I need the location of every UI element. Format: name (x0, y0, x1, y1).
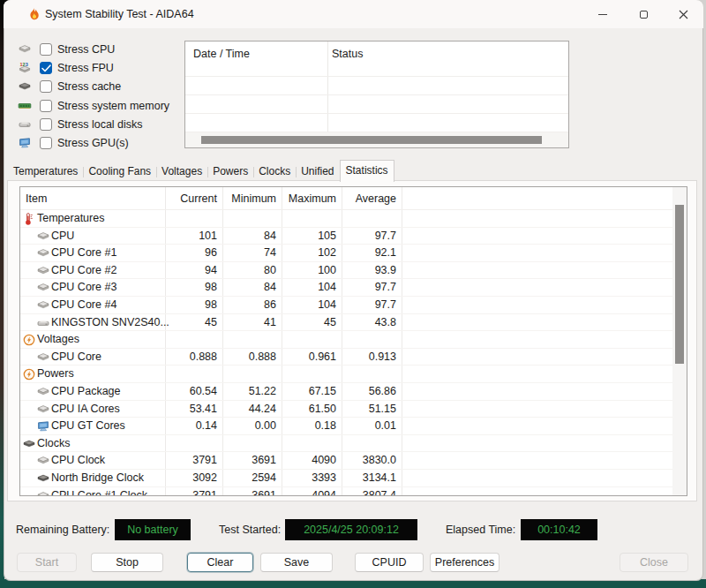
col-minimum[interactable]: Minimum (222, 187, 276, 210)
stat-row[interactable]: KINGSTON SNV2S40...45414543.8 (20, 314, 672, 332)
checkbox[interactable] (40, 100, 52, 112)
stop-button[interactable]: Stop (91, 553, 163, 572)
svg-text:123: 123 (20, 62, 28, 67)
stat-row[interactable]: CPU Core #1967410292.1 (20, 245, 672, 262)
maximum-value: 61.50 (282, 401, 336, 418)
stress-option-stress-local-disks[interactable]: Stress local disks (18, 116, 185, 134)
minimum-value: 84 (222, 228, 276, 245)
item-label: CPU IA Cores (51, 401, 120, 418)
item-label: North Bridge Clock (51, 470, 144, 487)
minimize-button[interactable] (582, 0, 623, 28)
grid-vscrollbar[interactable] (672, 187, 687, 495)
cpu-icon (36, 281, 50, 295)
maximum-value: 45 (282, 314, 336, 332)
cpu-icon (36, 351, 50, 365)
checkbox[interactable] (40, 43, 52, 56)
tab-voltages[interactable]: Voltages (156, 162, 207, 181)
col-item[interactable]: Item (26, 187, 47, 210)
stat-row[interactable]: CPU Core #4988610497.7 (20, 297, 672, 314)
cpu-icon (36, 230, 50, 244)
cpuid-button[interactable]: CPUID (355, 553, 424, 572)
stress-option-stress-gpu-s-[interactable]: Stress GPU(s) (18, 134, 185, 153)
current-value: 98 (165, 297, 217, 314)
checkbox[interactable] (40, 137, 52, 149)
average-value: 0.913 (342, 349, 396, 366)
current-value: 94 (165, 262, 217, 280)
stress-option-stress-cpu[interactable]: Stress CPU (18, 41, 185, 59)
stress-option-stress-system-memory[interactable]: Stress system memory (18, 97, 185, 116)
log-hscrollbar-thumb[interactable] (201, 136, 542, 144)
checkbox[interactable] (40, 62, 52, 74)
window-title: System Stability Test - AIDA64 (45, 0, 194, 28)
stress-option-label: Stress GPU(s) (57, 134, 129, 153)
stat-row[interactable]: CPU GT Cores0.140.000.180.01 (20, 418, 672, 435)
log-hscrollbar[interactable] (185, 132, 568, 147)
stress-option-stress-fpu[interactable]: 123Stress FPU (18, 59, 185, 78)
clear-button[interactable]: Clear (187, 553, 253, 572)
maximum-value: 4090 (282, 452, 336, 470)
maximum-value: 102 (282, 245, 336, 262)
stat-row[interactable]: CPU Core #1 Clock3791369140943807.4 (20, 487, 672, 495)
current-value: 101 (165, 228, 217, 245)
item-label: Clocks (37, 435, 71, 453)
cpu-icon (36, 489, 50, 495)
minimum-value: 44.24 (222, 401, 276, 418)
average-value: 0.01 (342, 418, 396, 435)
stat-row[interactable]: CPU Core #3988410497.7 (20, 279, 672, 297)
stress-option-stress-cache[interactable]: Stress cache (18, 78, 185, 96)
maximize-button[interactable] (623, 0, 664, 28)
start-button[interactable]: Start (17, 553, 77, 572)
minimum-value: 41 (222, 314, 276, 332)
item-label: Powers (37, 366, 74, 383)
maximum-value: 3393 (282, 470, 336, 487)
gpu-icon (36, 419, 50, 433)
log-column-separator (327, 41, 328, 132)
grid-vscrollbar-thumb[interactable] (675, 205, 684, 364)
tab-powers[interactable]: Powers (207, 162, 253, 181)
stat-row[interactable]: North Bridge Clock3092259433933134.1 (20, 470, 672, 487)
close-button[interactable] (663, 0, 703, 28)
group-row[interactable]: Powers (20, 366, 672, 383)
group-row[interactable]: Clocks (20, 435, 672, 453)
current-value: 96 (165, 245, 217, 262)
cpu-icon (36, 264, 50, 278)
close-button[interactable]: Close (620, 553, 688, 572)
group-row[interactable]: Temperatures (20, 210, 672, 228)
stat-row[interactable]: CPU Clock3791369140903830.0 (20, 452, 672, 470)
log-col-datetime[interactable]: Date / Time (193, 41, 250, 66)
current-value: 60.54 (165, 383, 217, 401)
minimum-value: 3691 (222, 487, 276, 495)
preferences-button[interactable]: Preferences (430, 553, 499, 572)
item-label: CPU Core #1 Clock (51, 487, 147, 495)
log-col-status[interactable]: Status (332, 41, 363, 66)
checkbox[interactable] (40, 118, 52, 131)
stat-row[interactable]: CPU1018410597.7 (20, 228, 672, 245)
col-average[interactable]: Average (342, 187, 396, 210)
tab-clocks[interactable]: Clocks (253, 162, 296, 181)
group-row[interactable]: Voltages (20, 331, 672, 349)
current-value: 0.888 (165, 349, 217, 366)
log-list[interactable]: Date / Time Status (184, 41, 569, 148)
tab-unified[interactable]: Unified (296, 162, 339, 181)
col-maximum[interactable]: Maximum (282, 187, 336, 210)
tab-statistics[interactable]: Statistics (340, 160, 394, 182)
stat-row[interactable]: CPU IA Cores53.4144.2461.5051.15 (20, 401, 672, 418)
col-current[interactable]: Current (165, 187, 217, 210)
checkbox[interactable] (40, 80, 52, 93)
average-value: 56.86 (342, 383, 396, 401)
stat-row[interactable]: CPU Package60.5451.2267.1556.86 (20, 383, 672, 401)
cpu-icon (36, 298, 50, 313)
tab-temperatures[interactable]: Temperatures (8, 162, 83, 181)
stat-row[interactable]: CPU Core #2948010093.9 (20, 262, 672, 280)
save-button[interactable]: Save (260, 553, 333, 572)
statistics-grid[interactable]: Item Current Minimum Maximum Average Tem… (19, 186, 687, 496)
elapsed-value: 00:10:42 (521, 519, 597, 540)
stat-row[interactable]: CPU Core0.8880.8880.9610.913 (20, 349, 672, 366)
current-value: 98 (165, 279, 217, 297)
flame-icon (26, 6, 41, 22)
cpu-icon (36, 403, 50, 417)
battery-label: Remaining Battery: (16, 519, 109, 540)
tab-cooling-fans[interactable]: Cooling Fans (83, 162, 156, 181)
chipdark-icon (36, 471, 50, 486)
stress-option-label: Stress CPU (57, 41, 115, 59)
